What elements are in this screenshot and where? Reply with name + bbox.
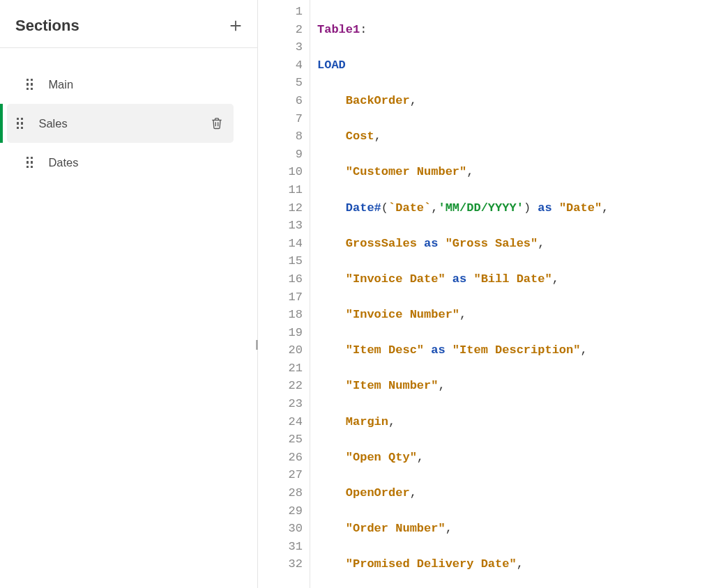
gutter-line-number: 24 xyxy=(258,413,303,431)
gutter-line-number: 22 xyxy=(258,377,303,395)
sidebar-item-label: Dates xyxy=(48,156,78,169)
gutter-line-number: 8 xyxy=(258,127,303,146)
gutter-line-number: 4 xyxy=(258,56,303,75)
gutter-line-number: 21 xyxy=(258,359,303,378)
gutter-line-number: 6 xyxy=(258,92,303,110)
gutter-line-number: 14 xyxy=(258,235,303,253)
gutter-line-number: 32 xyxy=(258,555,303,573)
gutter-line-number: 31 xyxy=(258,538,303,556)
gutter-line-number: 7 xyxy=(258,110,303,128)
editor-code[interactable]: Table1: LOAD BackOrder, Cost, "Customer … xyxy=(310,0,659,588)
delete-section-icon[interactable] xyxy=(210,116,224,130)
sidebar-item-main[interactable]: Main xyxy=(7,65,250,104)
gutter-line-number: 23 xyxy=(258,395,303,413)
drag-handle-icon[interactable] xyxy=(26,79,33,90)
sidebar-item-label: Sales xyxy=(38,117,67,130)
gutter-line-number: 30 xyxy=(258,520,303,538)
sections-title: Sections xyxy=(15,17,79,35)
gutter-line-number: 15 xyxy=(258,252,303,270)
drag-handle-icon[interactable] xyxy=(17,118,23,129)
gutter-line-number: 13 xyxy=(258,217,303,235)
gutter-line-number: 9 xyxy=(258,146,303,164)
gutter-line-number: 26 xyxy=(258,449,303,467)
gutter-line-number: 11 xyxy=(258,181,303,199)
editor-gutter: 1234567891011121314151617181920212223242… xyxy=(258,0,310,588)
gutter-line-number: 29 xyxy=(258,502,303,520)
gutter-line-number: 3 xyxy=(258,38,303,56)
gutter-line-number: 16 xyxy=(258,270,303,288)
sidebar-item-sales[interactable]: Sales xyxy=(0,104,250,143)
sections-sidebar: Sections Main Sales xyxy=(0,0,258,588)
gutter-line-number: 12 xyxy=(258,199,303,217)
sidebar-item-dates[interactable]: Dates xyxy=(7,143,250,182)
gutter-line-number: 19 xyxy=(258,324,303,342)
gutter-line-number: 2 xyxy=(258,21,303,39)
script-editor[interactable]: 1234567891011121314151617181920212223242… xyxy=(258,0,723,588)
gutter-line-number: 20 xyxy=(258,341,303,359)
gutter-line-number: 27 xyxy=(258,466,303,484)
gutter-line-number: 28 xyxy=(258,484,303,502)
gutter-line-number: 18 xyxy=(258,306,303,324)
panel-resize-handle[interactable]: || xyxy=(252,336,259,353)
sections-header: Sections xyxy=(0,0,257,48)
sidebar-item-label: Main xyxy=(48,78,73,91)
gutter-line-number: 10 xyxy=(258,163,303,181)
add-section-icon[interactable] xyxy=(228,18,243,33)
gutter-line-number: 5 xyxy=(258,74,303,92)
gutter-line-number: 17 xyxy=(258,288,303,307)
gutter-line-number: 1 xyxy=(258,3,303,21)
drag-handle-icon[interactable] xyxy=(26,157,33,168)
gutter-line-number: 25 xyxy=(258,431,303,449)
